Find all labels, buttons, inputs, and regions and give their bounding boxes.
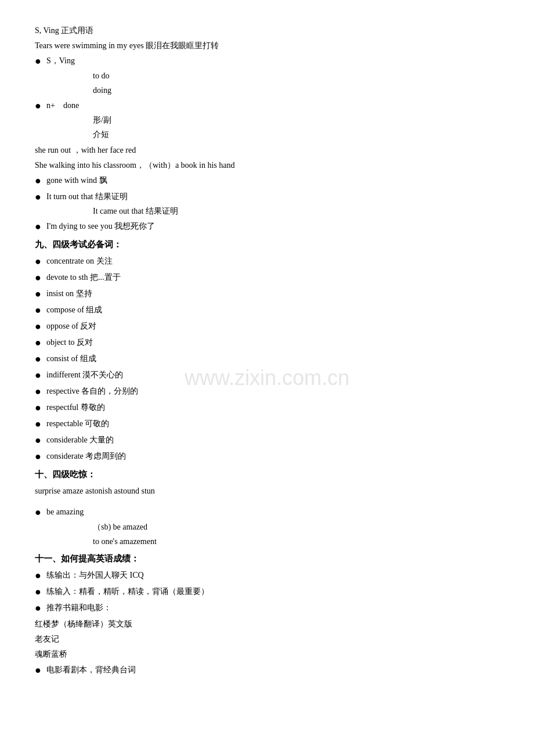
item-considerable: ● considerable 大量的 [35, 433, 499, 448]
line-hong-lou-meng: 红楼梦（杨绛翻译）英文版 [35, 617, 499, 631]
line-tears: Tears were swimming in my eyes 眼泪在我眼眶里打转 [35, 38, 499, 53]
bullet-dot-11-2: ● [35, 584, 46, 600]
item-oppose: ● oppose of 反对 [35, 319, 499, 334]
bullet-content-s-ving: S，Ving to do doing [46, 53, 499, 98]
item-insist: ● insist on 坚持 [35, 286, 499, 302]
bullet-content-gone: gone with wind 飘 [46, 173, 499, 188]
section-11-title: 十一、如何提高英语成绩： [35, 551, 499, 567]
item-respectable: ● respectable 可敬的 [35, 416, 499, 432]
bullet-dot-2: ● [35, 98, 46, 114]
sub-doing: doing [46, 83, 499, 98]
bullet-s-ving: ● S，Ving to do doing [35, 53, 499, 98]
bullet-dot-4: ● [35, 189, 46, 205]
bullet-dot-9-3: ● [35, 286, 46, 302]
item-practice-input: ● 练输入：精看，精听，精读，背诵（最重要） [35, 584, 499, 600]
sub-to-do: to do [46, 69, 499, 83]
bullet-dot-5: ● [35, 219, 46, 235]
item-recommend-books: ● 推荐书籍和电影： [35, 600, 499, 616]
sub-it-came-out: It came out that 结果证明 [46, 204, 499, 218]
bullet-be-amazing: ● be amazing （sb) be amazed to one's ama… [35, 505, 499, 549]
page-content: S, Ving 正式用语 Tears were swimming in my e… [35, 23, 499, 678]
item-object: ● object to 反对 [35, 335, 499, 351]
line-she-run-out: she run out ，with her face red [35, 143, 499, 157]
bullet-dot-9-8: ● [35, 368, 46, 383]
bullet-dot-9-12: ● [35, 433, 46, 448]
bullet-n-done: ● n+ done 形/副 介短 [35, 98, 499, 142]
item-respectful: ● respectful 尊敬的 [35, 400, 499, 416]
item-concentrate: ● concentrate on 关注 [35, 254, 499, 269]
bullet-dot-9-11: ● [35, 416, 46, 432]
item-movie-script: ● 电影看剧本，背经典台词 [35, 663, 499, 678]
bullet-dot-9-4: ● [35, 303, 46, 318]
bullet-dot-11-4: ● [35, 663, 46, 678]
sub-sb-amazed: （sb) be amazed [46, 520, 499, 534]
item-consist: ● consist of 组成 [35, 351, 499, 367]
item-indifferent: ● indifferent 漠不关心的 [35, 368, 499, 383]
bullet-dot-9-1: ● [35, 254, 46, 269]
item-devote: ● devote to sth 把...置于 [35, 270, 499, 286]
item-practice-output: ● 练输出：与外国人聊天 ICQ [35, 568, 499, 584]
line-hun-duan: 魂断蓝桥 [35, 647, 499, 661]
sub-jie-duan: 介短 [46, 127, 499, 142]
n-plus-label: n+ [46, 101, 63, 110]
bullet-dot-9-5: ● [35, 319, 46, 334]
bullet-dot-9-13: ● [35, 449, 46, 465]
bullet-content-turn-out: It turn out that 结果证明 It came out that 结… [46, 189, 499, 218]
item-compose: ● compose of 组成 [35, 303, 499, 318]
line-she-walking: She walking into his classroom，（with）a b… [35, 158, 499, 172]
bullet-dot-10-1: ● [35, 505, 46, 520]
item-respective: ● respective 各自的，分别的 [35, 384, 499, 399]
sub-xing-fu: 形/副 [46, 113, 499, 127]
item-considerate: ● considerate 考虑周到的 [35, 449, 499, 465]
line-s-ving-intro: S, Ving 正式用语 [35, 23, 499, 38]
section-9-title: 九、四级考试必备词： [35, 237, 499, 253]
sub-amazement: to one's amazement [46, 534, 499, 549]
bullet-gone-with-wind: ● gone with wind 飘 [35, 173, 499, 189]
bullet-it-turn-out: ● It turn out that 结果证明 It came out that… [35, 189, 499, 218]
bullet-dot-9-10: ● [35, 400, 46, 416]
bullet-dot-9-2: ● [35, 270, 46, 286]
bullet-content-n-done: n+ done 形/副 介短 [46, 98, 499, 142]
line-lao-you-ji: 老友记 [35, 632, 499, 646]
bullet-dot-1: ● [35, 53, 46, 69]
bullet-dot-9-6: ● [35, 335, 46, 351]
bullet-dot-3: ● [35, 173, 46, 189]
section-10-title: 十、四级吃惊： [35, 467, 499, 483]
bullet-dot-9-9: ● [35, 384, 46, 399]
line-surprise: surprise amaze astonish astound stun [35, 484, 499, 498]
bullet-dying-to-see: ● I'm dying to see you 我想死你了 [35, 219, 499, 235]
bullet-dot-11-1: ● [35, 568, 46, 584]
bullet-dot-11-3: ● [35, 600, 46, 616]
bullet-dot-9-7: ● [35, 351, 46, 367]
bullet-content-dying: I'm dying to see you 我想死你了 [46, 219, 499, 233]
